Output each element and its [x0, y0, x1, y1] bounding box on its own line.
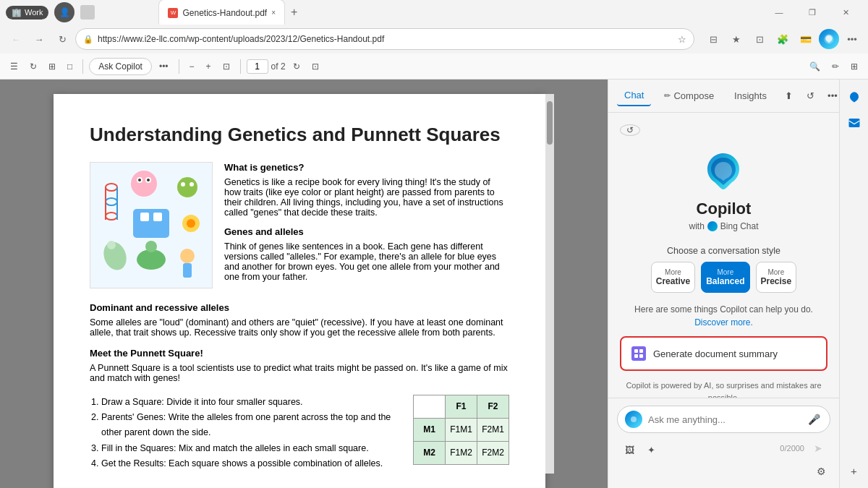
tab-close-button[interactable]: × [271, 9, 276, 17]
draw-button[interactable]: ⊞ [846, 59, 862, 74]
annotate-button[interactable]: ✏ [827, 59, 843, 74]
tab-chat[interactable]: Chat [617, 85, 651, 106]
svg-point-30 [631, 416, 637, 422]
section4-title: Meet the Punnett Square! [90, 348, 509, 359]
split-screen-icon[interactable]: ⊟ [703, 29, 723, 49]
rotate-clockwise-icon[interactable]: ↻ [289, 59, 305, 74]
generate-summary-button[interactable]: Generate document summary [620, 336, 827, 371]
copilot-sidebar-icon[interactable] [843, 85, 866, 108]
compose-icon: ✏ [664, 91, 671, 100]
new-tab-button[interactable]: + [285, 0, 303, 25]
svg-point-10 [138, 179, 141, 181]
search-button[interactable]: 🔍 [805, 59, 825, 74]
title-bar: 🏢 Work 👤 W Genetics-Handout.pdf × + — ❐ … [0, 0, 868, 25]
back-button[interactable]: ← [6, 29, 26, 49]
chat-input[interactable] [648, 414, 799, 425]
generate-summary-text: Generate document summary [653, 348, 778, 359]
forward-button[interactable]: → [29, 29, 49, 49]
disclaimer-text: Copilot is powered by AI, so surprises a… [626, 381, 821, 398]
copilot-header-button[interactable] [819, 29, 839, 49]
balanced-more: More [706, 268, 744, 276]
copilot-name: Copilot [697, 200, 752, 218]
list-item: Parents' Genes: Write the alleles from o… [101, 410, 399, 441]
list-item: Get the Results: Each square shows a pos… [101, 456, 399, 471]
svg-point-13 [181, 182, 185, 187]
work-label: Work [25, 8, 43, 17]
zoom-out-button[interactable]: − [185, 59, 199, 74]
balanced-style-button[interactable]: More Balanced [701, 262, 749, 293]
share-icon[interactable]: ⬆ [780, 87, 799, 106]
svg-point-25 [107, 241, 116, 249]
svg-point-7 [131, 171, 157, 197]
scroll-thumb[interactable] [547, 101, 553, 145]
zoom-in-button[interactable]: + [202, 59, 216, 74]
sidebar-toggle[interactable]: ☰ [6, 59, 22, 74]
ask-copilot-button[interactable]: Ask Copilot [89, 58, 152, 75]
browser-chrome: 🏢 Work 👤 W Genetics-Handout.pdf × + — ❐ … [0, 0, 868, 53]
favorites-icon[interactable]: ★ [726, 29, 746, 49]
view-icon[interactable]: □ [63, 59, 77, 74]
chat-settings-button[interactable]: ⚙ [812, 462, 830, 481]
browser-icon [80, 5, 95, 20]
active-tab[interactable]: W Genetics-Handout.pdf × [158, 0, 285, 25]
svg-point-19 [187, 219, 195, 228]
lock-icon: 🔒 [83, 35, 93, 44]
section3-text: Some alleles are "loud" (dominant) and o… [90, 317, 509, 338]
page-number-input[interactable] [247, 59, 268, 74]
work-pill[interactable]: 🏢 Work [6, 6, 48, 20]
discover-more-link[interactable]: Discover more. [694, 317, 753, 328]
svg-rect-31 [848, 119, 859, 127]
tab-insights[interactable]: Insights [727, 86, 774, 106]
copilot-logo-container: Copilot with Bing Chat [689, 147, 758, 231]
content-with-image: What is genetics? Genetics is like a rec… [90, 162, 509, 291]
copilot-panel: Chat ✏ Compose Insights ⬆ ↺ ••• ✕ ↺ [608, 80, 839, 488]
toolbar-more-button[interactable]: ••• [155, 59, 173, 74]
section1-text: Genetics is like a recipe book for every… [224, 177, 509, 218]
minimize-button[interactable]: — [762, 0, 796, 25]
svg-rect-16 [140, 213, 149, 221]
insights-tab-label: Insights [734, 90, 767, 101]
image-attach-icon[interactable]: 🖼 [620, 440, 639, 459]
punnett-cell-11: F1M1 [446, 418, 477, 441]
fullscreen-icon[interactable]: ⊡ [307, 59, 323, 74]
refresh-button[interactable]: ↻ [52, 29, 72, 49]
pdf-scrollbar[interactable] [545, 94, 554, 474]
svg-point-20 [137, 249, 166, 270]
collections-icon[interactable]: ⊡ [749, 29, 770, 49]
refresh-icon[interactable]: ↺ [801, 87, 820, 106]
star-icon[interactable]: ☆ [678, 34, 686, 45]
filter-icon[interactable]: ⊞ [44, 59, 60, 74]
add-sidebar-icon[interactable]: + [843, 459, 866, 482]
svg-rect-15 [133, 209, 169, 238]
window-controls: — ❐ ✕ [762, 0, 862, 25]
pdf-toolbar: ☰ ↻ ⊞ □ Ask Copilot ••• − + ⊡ of 2 ↻ ⊡ 🔍… [0, 53, 868, 80]
sparkle-icon[interactable]: ✦ [642, 440, 660, 459]
profile-icon[interactable]: 👤 [54, 2, 75, 22]
section2-text: Think of genes like sentences in a book.… [224, 241, 509, 282]
extensions-icon[interactable]: 🧩 [773, 29, 793, 49]
toolbar-separator-3 [240, 59, 241, 74]
toolbar-right: 🔍 ✏ ⊞ [805, 59, 862, 74]
precise-style-button[interactable]: More Precise [756, 262, 797, 293]
creative-style-button[interactable]: More Creative [651, 262, 695, 293]
settings-icon[interactable]: ••• [842, 29, 862, 49]
browser-wallet-icon[interactable]: 💳 [796, 29, 816, 49]
url-bar[interactable]: 🔒 https://www.i2e-llc.com/wp-content/upl… [75, 28, 694, 50]
work-icon: 🏢 [12, 8, 22, 17]
rotate-icon[interactable]: ↻ [25, 59, 41, 74]
chat-footer-row: 🖼 ✦ 0/2000 ➤ [617, 437, 830, 459]
outlook-icon[interactable] [843, 111, 866, 134]
history-button[interactable]: ↺ [620, 124, 640, 136]
send-button[interactable]: ➤ [809, 439, 827, 458]
compose-tab-label: Compose [673, 90, 714, 101]
fit-page-button[interactable]: ⊡ [218, 59, 234, 74]
section3: Dominant and recessive alleles Some alle… [90, 302, 509, 338]
mic-button[interactable]: 🎤 [805, 411, 822, 428]
punnett-cell-22: F2M2 [477, 441, 509, 464]
punnett-table-container: F1 F2 M1 F1M1 F2M1 M2 F1M2 F2M2 [413, 395, 509, 471]
style-buttons: More Creative More Balanced More Precise [651, 262, 796, 293]
tab-compose[interactable]: ✏ Compose [657, 86, 721, 106]
bing-chat-label: with Bing Chat [689, 221, 758, 231]
maximize-button[interactable]: ❐ [796, 0, 829, 25]
close-button[interactable]: ✕ [829, 0, 862, 25]
